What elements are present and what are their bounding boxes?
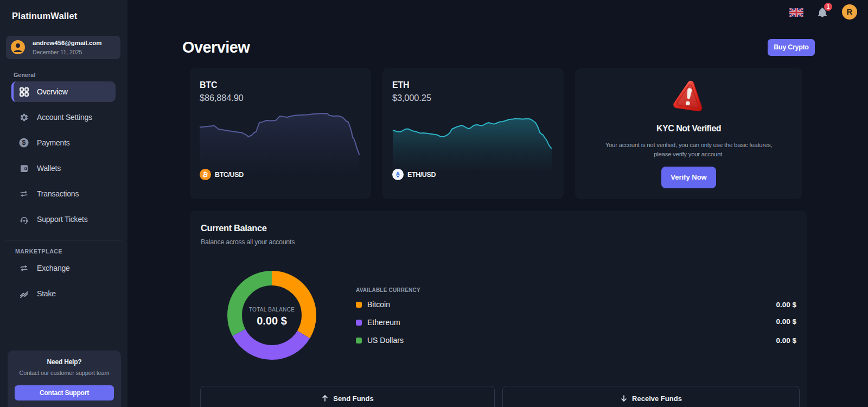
svg-text:$: $ xyxy=(22,139,26,147)
